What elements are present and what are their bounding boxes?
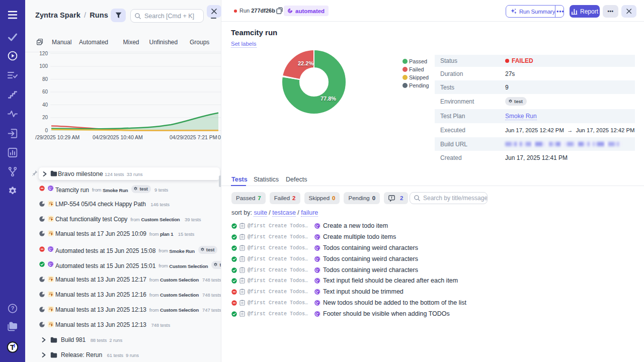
svg-text:22.2%: 22.2% [298,60,313,66]
svg-text:77.8%: 77.8% [320,96,336,102]
svg-text:?: ? [11,305,15,311]
